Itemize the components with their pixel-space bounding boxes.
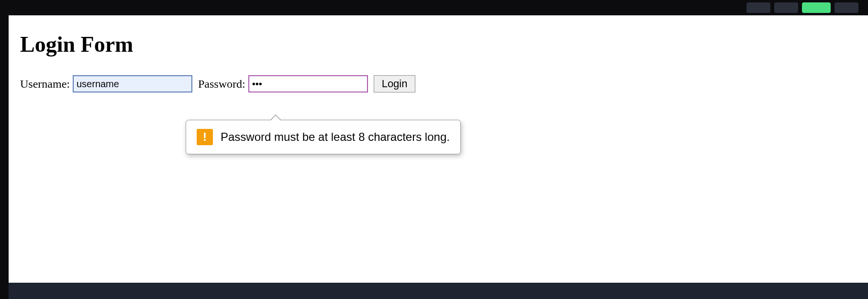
top-bar-button[interactable] <box>835 2 858 13</box>
warning-icon: ! <box>197 129 213 145</box>
validation-message: Password must be at least 8 characters l… <box>221 130 450 144</box>
login-form: Username: Password: Login <box>20 75 857 92</box>
warning-icon-glyph: ! <box>203 130 207 144</box>
browser-top-bar <box>0 0 868 15</box>
page-content: Login Form Username: Password: Login ! P… <box>9 15 868 283</box>
validation-tooltip: ! Password must be at least 8 characters… <box>186 120 461 154</box>
browser-bottom-strip <box>9 283 868 299</box>
login-button[interactable]: Login <box>374 75 416 92</box>
top-bar-button[interactable] <box>774 2 798 13</box>
password-input[interactable] <box>248 75 368 92</box>
username-label: Username: <box>20 78 70 91</box>
password-label: Password: <box>198 78 245 91</box>
username-input[interactable] <box>73 75 192 92</box>
page-title: Login Form <box>20 32 857 57</box>
top-bar-button-green[interactable] <box>802 2 831 13</box>
top-bar-button[interactable] <box>746 2 770 13</box>
